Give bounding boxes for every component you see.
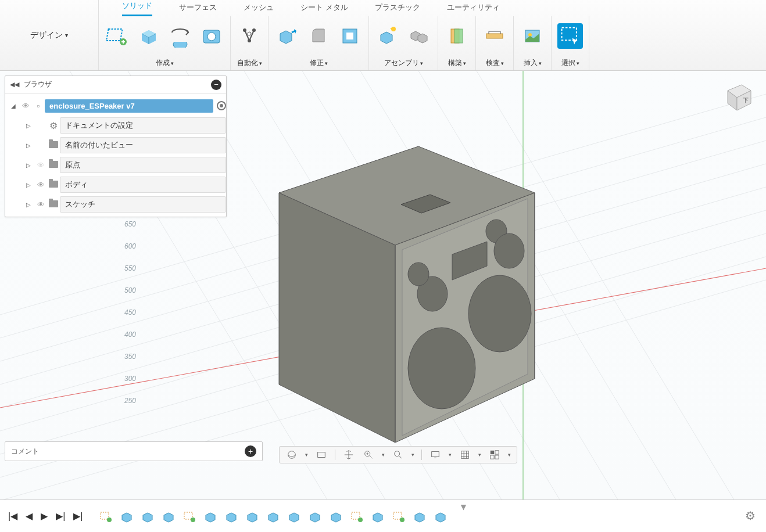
tree-item-named-views[interactable]: 名前の付いたビュー	[60, 137, 226, 153]
timeline-next-icon[interactable]: ▶|	[56, 511, 65, 522]
group-select-label[interactable]: 選択	[561, 58, 579, 68]
tab-sheetmetal[interactable]: シート メタル	[300, 2, 348, 16]
tree-toggle-icon[interactable]: ▷	[26, 123, 34, 129]
extrude-icon[interactable]	[136, 23, 162, 49]
joint-icon[interactable]	[406, 23, 432, 49]
timeline-step[interactable]	[287, 509, 301, 523]
gear-icon: ⚙	[47, 120, 60, 131]
timeline-step[interactable]	[245, 509, 259, 523]
fillet-icon[interactable]	[306, 23, 331, 49]
visibility-icon[interactable]: 👁	[19, 102, 32, 110]
timeline-prev-icon[interactable]: ◀	[26, 511, 33, 522]
svg-point-7	[248, 32, 251, 35]
timeline-step[interactable]	[141, 509, 155, 523]
group-inspect-label[interactable]: 検査	[486, 58, 504, 68]
timeline-step[interactable]	[392, 509, 406, 523]
visibility-icon[interactable]: 👁	[34, 200, 47, 209]
display-icon[interactable]	[429, 448, 442, 461]
tree-toggle-icon[interactable]: ▷	[26, 142, 34, 149]
svg-point-43	[288, 451, 296, 459]
timeline-settings-icon[interactable]: ⚙	[745, 509, 756, 523]
zoom-window-icon[interactable]	[392, 448, 405, 461]
tab-solid[interactable]: ソリッド	[122, 1, 152, 16]
browser-collapse-icon[interactable]: ◀◀	[10, 81, 19, 88]
tab-utility[interactable]: ユーティリティ	[447, 2, 500, 16]
grid-icon[interactable]	[459, 448, 471, 461]
shell-icon[interactable]	[337, 23, 363, 49]
timeline-step[interactable]	[266, 509, 280, 523]
tree-item-bodies[interactable]: ボディ	[60, 177, 226, 193]
timeline-step[interactable]	[162, 509, 176, 523]
timeline-step[interactable]	[329, 509, 343, 523]
timeline-start-icon[interactable]: |◀	[8, 511, 17, 522]
viewcube[interactable]: 下	[718, 79, 756, 116]
browser-minimize-icon[interactable]: −	[211, 80, 221, 90]
timeline-step[interactable]	[308, 509, 322, 523]
design-workspace-button[interactable]: デザイン	[0, 0, 99, 70]
tree-item-doc-settings[interactable]: ドキュメントの設定	[60, 117, 226, 134]
hole-icon[interactable]	[199, 23, 224, 49]
timeline-step[interactable]	[371, 509, 385, 523]
zoom-icon[interactable]	[362, 448, 375, 461]
sketch-icon[interactable]	[105, 23, 130, 49]
revolve-icon[interactable]	[167, 23, 193, 49]
timeline-play-icon[interactable]: ▶	[41, 511, 48, 522]
select-icon[interactable]	[557, 23, 583, 49]
timeline-step[interactable]	[120, 509, 134, 523]
group-assembly-label[interactable]: アセンブリ	[384, 58, 423, 68]
activate-radio-icon[interactable]	[217, 101, 226, 110]
svg-rect-49	[491, 451, 494, 454]
group-construct-label[interactable]: 構築	[448, 58, 466, 68]
viewport-icon[interactable]	[488, 448, 501, 461]
tab-plastic[interactable]: プラスチック	[375, 2, 420, 16]
group-insert-label[interactable]: 挿入	[524, 58, 542, 68]
svg-point-37	[408, 263, 429, 286]
visibility-icon[interactable]: 👁	[34, 161, 47, 170]
group-modify-label[interactable]: 修正	[310, 58, 328, 68]
tree-toggle-icon[interactable]: ▷	[26, 162, 34, 168]
tree-toggle-icon[interactable]: ▷	[26, 202, 34, 208]
tab-mesh[interactable]: メッシュ	[244, 2, 274, 16]
timeline-step[interactable]	[350, 509, 364, 523]
tree-toggle-icon[interactable]: ◢	[11, 103, 19, 109]
svg-point-40	[408, 328, 475, 409]
tree-toggle-icon[interactable]: ▷	[26, 182, 34, 188]
timeline-step[interactable]	[434, 509, 448, 523]
insert-icon[interactable]	[520, 23, 545, 49]
look-at-icon[interactable]	[315, 448, 328, 461]
tree-item-sketches[interactable]: スケッチ	[60, 196, 226, 213]
timeline-step[interactable]	[224, 509, 238, 523]
tab-surface[interactable]: サーフェス	[179, 2, 217, 16]
svg-rect-50	[495, 451, 499, 454]
construct-icon[interactable]	[444, 23, 470, 49]
comment-bar[interactable]: コメント +	[5, 441, 263, 461]
tree-root[interactable]: enclosure_ESPeaker v7	[45, 99, 213, 113]
tree-item-origin[interactable]: 原点	[60, 157, 226, 173]
timeline-step[interactable]	[99, 509, 113, 523]
add-comment-icon[interactable]: +	[245, 445, 256, 457]
timeline-step[interactable]	[182, 509, 196, 523]
folder-icon	[47, 141, 60, 150]
new-component-icon[interactable]	[375, 23, 400, 49]
timeline-step[interactable]	[413, 509, 427, 523]
svg-point-41	[468, 275, 531, 352]
model-3d[interactable]	[209, 117, 558, 443]
orbit-icon[interactable]	[285, 448, 298, 461]
svg-point-56	[191, 517, 195, 522]
visibility-icon[interactable]: 👁	[34, 181, 47, 189]
comment-label: コメント	[11, 447, 245, 456]
measure-icon[interactable]	[482, 23, 507, 49]
pan-icon[interactable]	[342, 448, 355, 461]
automate-icon[interactable]	[237, 23, 262, 49]
group-create-label[interactable]: 作成	[156, 58, 174, 68]
timeline-marker[interactable]	[459, 505, 467, 513]
press-pull-icon[interactable]	[274, 23, 300, 49]
svg-rect-55	[184, 512, 192, 519]
group-automate-label[interactable]: 自動化	[237, 58, 262, 68]
canvas[interactable]: 700650600550500 450400350300250 下 ◀◀ ブラ	[0, 71, 766, 499]
timeline-step[interactable]	[203, 509, 217, 523]
timeline-steps	[99, 509, 448, 523]
timeline-end-icon[interactable]: ▶|	[73, 511, 83, 522]
svg-rect-48	[461, 451, 469, 459]
browser-title: ブラウザ	[24, 80, 211, 89]
